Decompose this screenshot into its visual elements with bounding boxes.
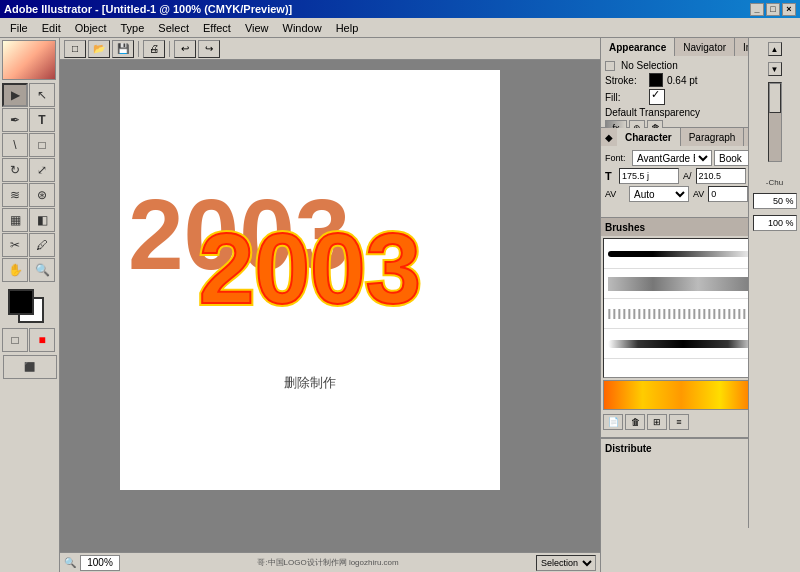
- secondary-toolbar: □ 📂 💾 🖨 ↩ ↪: [60, 38, 600, 60]
- tool-row-7: ✂ 🖊: [2, 233, 57, 257]
- tool-row-1: ▶ ↖: [2, 83, 57, 107]
- zoom-input[interactable]: [80, 555, 120, 571]
- maximize-button[interactable]: □: [766, 3, 780, 16]
- hand-tool[interactable]: ✋: [2, 258, 28, 282]
- menu-help[interactable]: Help: [330, 21, 365, 35]
- window-controls: _ □ ×: [750, 3, 796, 16]
- menu-object[interactable]: Object: [69, 21, 113, 35]
- no-selection-label: No Selection: [621, 60, 678, 71]
- tracking-label: AV: [693, 189, 704, 199]
- print-btn[interactable]: 🖨: [143, 40, 165, 58]
- font-label: Font:: [605, 153, 630, 163]
- eyedropper-tool[interactable]: 🖊: [29, 233, 55, 257]
- extra-val-1: 50 %: [753, 193, 797, 209]
- tab-navigator[interactable]: Navigator: [675, 38, 735, 56]
- warp-tool[interactable]: ≋: [2, 183, 28, 207]
- view-mode-row: ⬛: [2, 355, 57, 379]
- stroke-label: Stroke:: [605, 75, 645, 86]
- extra-val-2: 100 %: [753, 215, 797, 231]
- font-size-input-wrapper: [619, 168, 679, 184]
- size-T-icon: T: [605, 170, 617, 182]
- extra-btn-2[interactable]: ▼: [768, 62, 782, 76]
- new-brush-btn[interactable]: 📄: [603, 414, 623, 430]
- brushes-title: Brushes: [605, 222, 758, 233]
- distribute-label: Distribute: [605, 443, 652, 454]
- menu-view[interactable]: View: [239, 21, 275, 35]
- brush-stroke-preview-1: [608, 251, 758, 257]
- watermark-text: 哥:中国LOGO设计制作网 logozhiru.com: [257, 558, 398, 567]
- blend-tool[interactable]: ⊛: [29, 183, 55, 207]
- mode-row: □ ■: [2, 328, 57, 352]
- fill-mode[interactable]: ■: [29, 328, 55, 352]
- logo-artwork: 2003 2003 2003: [120, 169, 500, 369]
- type-tool[interactable]: T: [29, 108, 55, 132]
- extra-btn-1[interactable]: ▲: [768, 42, 782, 56]
- scale-tool[interactable]: ⤢: [29, 158, 55, 182]
- screen-mode[interactable]: ⬛: [3, 355, 57, 379]
- color-swatches: [2, 287, 56, 327]
- minimize-button[interactable]: _: [750, 3, 764, 16]
- canvas-content: 2003 2003 2003 删除制作: [60, 60, 600, 552]
- selection-tool[interactable]: ▶: [2, 83, 28, 107]
- selection-indicator: [605, 61, 615, 71]
- menu-select[interactable]: Select: [152, 21, 195, 35]
- leading-input[interactable]: [699, 171, 743, 181]
- brush-menu-btn[interactable]: ≡: [669, 414, 689, 430]
- normal-mode[interactable]: □: [2, 328, 28, 352]
- menu-effect[interactable]: Effect: [197, 21, 237, 35]
- tool-row-8: ✋ 🔍: [2, 258, 57, 282]
- scissors-tool[interactable]: ✂: [2, 233, 28, 257]
- menu-window[interactable]: Window: [277, 21, 328, 35]
- tab-character[interactable]: Character: [617, 128, 681, 146]
- stroke-swatch[interactable]: [8, 289, 34, 315]
- canvas-bottom: 🔍 哥:中国LOGO设计制作网 logozhiru.com Selection: [60, 552, 600, 572]
- scroll-thumb[interactable]: [769, 83, 781, 113]
- tracking-input[interactable]: [711, 189, 745, 199]
- new-doc-btn[interactable]: □: [64, 40, 86, 58]
- white-canvas: 2003 2003 2003 删除制作: [120, 70, 500, 490]
- title-bar: Adobe Illustrator - [Untitled-1 @ 100% (…: [0, 0, 800, 18]
- tool-row-4: ↻ ⤢: [2, 158, 57, 182]
- direct-selection-tool[interactable]: ↖: [29, 83, 55, 107]
- scroll-track: [768, 82, 782, 162]
- delete-brush-btn[interactable]: 🗑: [625, 414, 645, 430]
- menu-type[interactable]: Type: [115, 21, 151, 35]
- redo-btn[interactable]: ↪: [198, 40, 220, 58]
- view-select[interactable]: Selection: [536, 555, 596, 571]
- stroke-color-swatch[interactable]: [649, 73, 663, 87]
- pen-tool[interactable]: ✒: [2, 108, 28, 132]
- tab-paragraph[interactable]: Paragraph: [681, 128, 745, 146]
- zoom-label: 🔍: [64, 557, 76, 568]
- gradient-tool[interactable]: ◧: [29, 208, 55, 232]
- open-btn[interactable]: 📂: [88, 40, 110, 58]
- font-size-input[interactable]: [622, 171, 676, 181]
- rect-tool[interactable]: □: [29, 133, 55, 157]
- fill-icon[interactable]: [649, 89, 665, 105]
- left-toolbar: ▶ ↖ ✒ T \ □ ↻ ⤢ ≋ ⊛ ▦ ◧ ✂ 🖊 ✋ 🔍: [0, 38, 60, 572]
- undo-btn[interactable]: ↩: [174, 40, 196, 58]
- save-btn[interactable]: 💾: [112, 40, 134, 58]
- line-tool[interactable]: \: [2, 133, 28, 157]
- selection-controls: Selection: [536, 555, 596, 571]
- close-button[interactable]: ×: [782, 3, 796, 16]
- tracking-input-wrapper: [708, 186, 748, 202]
- brush-stroke-preview-2: [608, 277, 758, 291]
- tab-appearance[interactable]: Appearance: [601, 38, 675, 56]
- leading-input-wrapper: [696, 168, 746, 184]
- zoom-tool[interactable]: 🔍: [29, 258, 55, 282]
- rotate-tool[interactable]: ↻: [2, 158, 28, 182]
- app-body: ▶ ↖ ✒ T \ □ ↻ ⤢ ≋ ⊛ ▦ ◧ ✂ 🖊 ✋ 🔍: [0, 38, 800, 572]
- brush-stroke-preview-4: [608, 340, 758, 348]
- kerning-select[interactable]: Auto: [629, 186, 689, 202]
- menu-edit[interactable]: Edit: [36, 21, 67, 35]
- fill-label: Fill:: [605, 92, 645, 103]
- brush-options-btn[interactable]: ⊞: [647, 414, 667, 430]
- menu-bar: File Edit Object Type Select Effect View…: [0, 18, 800, 38]
- font-name-select[interactable]: AvantGarde Bl: [632, 150, 712, 166]
- stroke-value: 0.64 pt: [667, 75, 698, 86]
- brush-stroke-preview-3: [608, 309, 758, 319]
- tool-row-2: ✒ T: [2, 108, 57, 132]
- menu-file[interactable]: File: [4, 21, 34, 35]
- column-graph-tool[interactable]: ▦: [2, 208, 28, 232]
- transparency-label: Default Transparency: [605, 107, 700, 118]
